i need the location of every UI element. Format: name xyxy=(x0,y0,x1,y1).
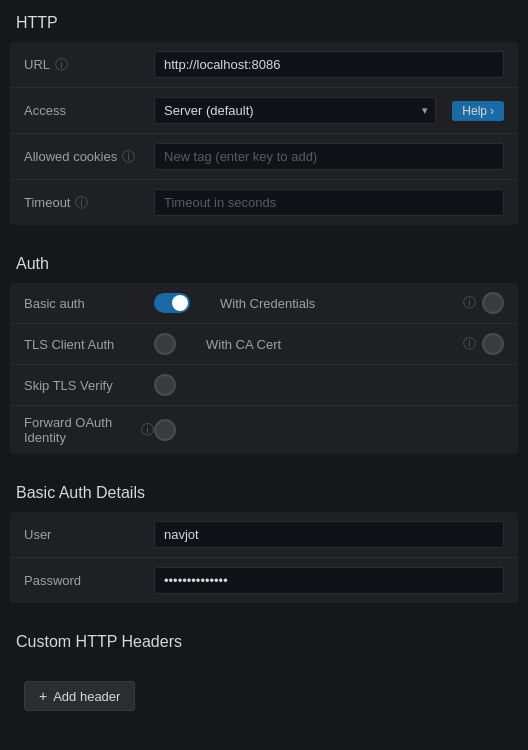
password-control xyxy=(154,567,504,594)
url-row: URL ⓘ xyxy=(10,42,518,88)
user-label: User xyxy=(24,527,154,542)
auth-card: Basic auth With Credentials ⓘ TLS Client… xyxy=(10,283,518,454)
url-info-icon[interactable]: ⓘ xyxy=(55,56,68,74)
with-credentials-info-icon[interactable]: ⓘ xyxy=(463,294,476,312)
basic-auth-toggle[interactable] xyxy=(154,293,190,313)
password-input[interactable] xyxy=(154,567,504,594)
influxdb-section: InfluxDB Details Organization Token Defa… xyxy=(0,741,528,750)
user-control xyxy=(154,521,504,548)
basic-auth-row: Basic auth With Credentials ⓘ xyxy=(10,283,518,324)
forward-oauth-label: Forward OAuth Identity ⓘ xyxy=(24,415,154,445)
custom-headers-inner: + Add header xyxy=(10,661,518,725)
access-row: Access Server (default) Browser ▾ Help › xyxy=(10,88,518,134)
forward-oauth-toggle[interactable] xyxy=(154,419,176,441)
user-input[interactable] xyxy=(154,521,504,548)
auth-section: Auth Basic auth With Credentials ⓘ TLS C… xyxy=(0,241,528,454)
user-row: User xyxy=(10,512,518,558)
basic-auth-details-section: Basic Auth Details User Password xyxy=(0,470,528,603)
with-credentials-toggle[interactable] xyxy=(482,292,504,314)
custom-headers-content: + Add header xyxy=(10,661,518,725)
http-card: URL ⓘ Access Server (default) Browser ▾ xyxy=(10,42,518,225)
with-ca-cert-info-icon[interactable]: ⓘ xyxy=(463,335,476,353)
url-control xyxy=(154,51,504,78)
skip-tls-row: Skip TLS Verify xyxy=(10,365,518,406)
with-credentials-label: With Credentials xyxy=(220,296,457,311)
with-ca-cert-label: With CA Cert xyxy=(206,337,457,352)
timeout-control xyxy=(154,189,504,216)
timeout-row: Timeout ⓘ xyxy=(10,180,518,225)
skip-tls-toggle[interactable] xyxy=(154,374,176,396)
custom-headers-section: Custom HTTP Headers + Add header xyxy=(0,619,528,725)
custom-headers-title: Custom HTTP Headers xyxy=(0,619,528,661)
access-select[interactable]: Server (default) Browser xyxy=(154,97,436,124)
cookies-input[interactable] xyxy=(154,143,504,170)
with-ca-cert-toggle[interactable] xyxy=(482,333,504,355)
cookies-label: Allowed cookies ⓘ xyxy=(24,148,154,166)
plus-icon: + xyxy=(39,688,47,704)
forward-oauth-row: Forward OAuth Identity ⓘ xyxy=(10,406,518,454)
url-input[interactable] xyxy=(154,51,504,78)
timeout-label: Timeout ⓘ xyxy=(24,194,154,212)
access-control: Server (default) Browser ▾ Help › xyxy=(154,97,504,124)
skip-tls-label: Skip TLS Verify xyxy=(24,378,154,393)
access-select-wrapper: Server (default) Browser ▾ xyxy=(154,97,436,124)
timeout-input[interactable] xyxy=(154,189,504,216)
cookies-info-icon[interactable]: ⓘ xyxy=(122,148,135,166)
url-label: URL ⓘ xyxy=(24,56,154,74)
access-label: Access xyxy=(24,103,154,118)
http-title: HTTP xyxy=(0,0,528,42)
tls-client-label: TLS Client Auth xyxy=(24,337,154,352)
cookies-control xyxy=(154,143,504,170)
auth-title: Auth xyxy=(0,241,528,283)
tls-client-toggle[interactable] xyxy=(154,333,176,355)
password-label: Password xyxy=(24,573,154,588)
basic-auth-details-title: Basic Auth Details xyxy=(0,470,528,512)
http-section: HTTP URL ⓘ Access Server (default) Brows… xyxy=(0,0,528,225)
basic-auth-details-card: User Password xyxy=(10,512,518,603)
help-link[interactable]: Help › xyxy=(452,101,504,121)
add-header-button[interactable]: + Add header xyxy=(24,681,135,711)
basic-auth-label: Basic auth xyxy=(24,296,154,311)
cookies-row: Allowed cookies ⓘ xyxy=(10,134,518,180)
password-row: Password xyxy=(10,558,518,603)
influxdb-title: InfluxDB Details xyxy=(0,741,528,750)
help-arrow-icon: › xyxy=(490,104,494,118)
forward-oauth-info-icon[interactable]: ⓘ xyxy=(141,421,154,439)
tls-client-row: TLS Client Auth With CA Cert ⓘ xyxy=(10,324,518,365)
timeout-info-icon[interactable]: ⓘ xyxy=(75,194,88,212)
